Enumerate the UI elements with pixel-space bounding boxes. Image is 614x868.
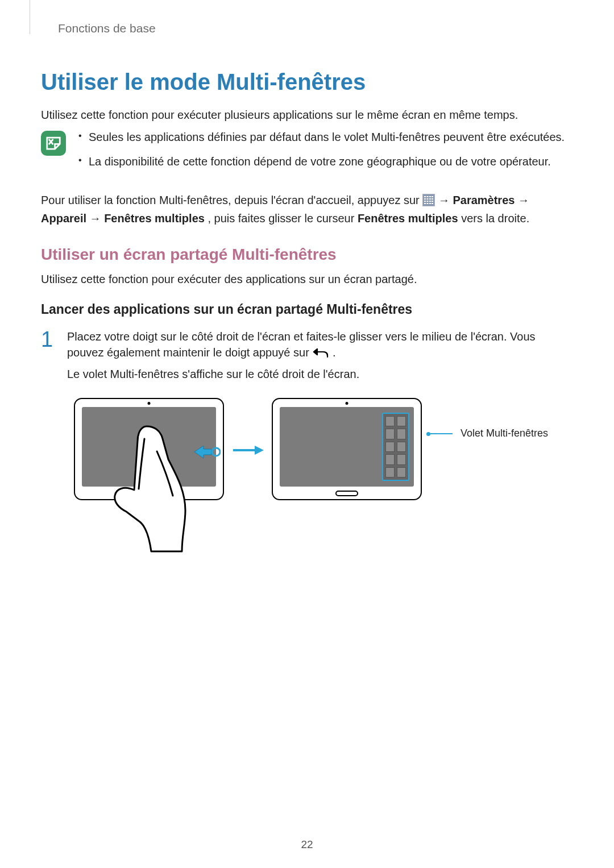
bold-text: Appareil (41, 212, 86, 225)
step-body: Placez votre doigt sur le côté droit de … (67, 329, 573, 388)
subsection-heading: Lancer des applications sur un écran par… (41, 302, 573, 317)
svg-rect-11 (432, 201, 433, 202)
svg-rect-0 (424, 196, 426, 197)
arrow-separator: → (438, 194, 453, 206)
svg-rect-5 (427, 198, 429, 200)
svg-rect-10 (429, 201, 431, 202)
svg-rect-9 (427, 201, 429, 202)
svg-rect-15 (432, 203, 433, 204)
tablet-after-illustration (272, 398, 422, 500)
section-body: Utilisez cette fonction pour exécuter de… (41, 272, 573, 287)
document-page: Fonctions de base Utiliser le mode Multi… (0, 0, 614, 500)
arrow-right-icon (232, 445, 264, 456)
swipe-arrow-icon (194, 445, 221, 459)
svg-rect-3 (432, 196, 433, 197)
bold-text: Fenêtres multiples (358, 212, 458, 225)
svg-rect-4 (424, 198, 426, 200)
text-fragment: , puis faites glisser le curseur (208, 212, 357, 225)
text-fragment: . (333, 346, 336, 359)
callout-label: Volet Multi-fenêtres (460, 427, 548, 439)
step-paragraph: Le volet Multi-fenêtres s'affiche sur le… (67, 366, 573, 382)
text-fragment: Pour utiliser la fonction Multi-fenêtres… (41, 194, 422, 206)
svg-rect-12 (424, 203, 426, 204)
note-list: Seules les applications définies par déf… (76, 130, 573, 178)
page-number: 22 (301, 838, 313, 851)
step-paragraph: Placez votre doigt sur le côté droit de … (67, 329, 573, 360)
arrow-separator: → (518, 194, 529, 206)
bold-text: Fenêtres multiples (104, 212, 205, 225)
multiwindow-tray (382, 413, 409, 481)
apps-grid-icon (422, 194, 435, 206)
bold-text: Paramètres (453, 194, 515, 206)
section-heading: Utiliser un écran partagé Multi-fenêtres (41, 246, 573, 264)
note-item: Seules les applications définies par déf… (76, 130, 573, 145)
figure: Volet Multi-fenêtres (74, 398, 573, 500)
breadcrumb: Fonctions de base (58, 22, 573, 35)
callout-line (430, 433, 453, 434)
svg-rect-14 (429, 203, 431, 204)
text-fragment: vers la droite. (461, 212, 529, 225)
svg-rect-6 (429, 198, 431, 200)
text-fragment: Placez votre doigt sur le côté droit de … (67, 330, 536, 359)
note-item: La disponibilité de cette fonction dépen… (76, 154, 573, 169)
step-number: 1 (41, 329, 57, 388)
margin-rule (30, 0, 30, 34)
note-block: Seules les applications définies par déf… (41, 130, 573, 178)
svg-marker-16 (194, 446, 211, 458)
svg-point-17 (212, 448, 220, 456)
svg-marker-19 (255, 446, 264, 455)
svg-rect-7 (432, 198, 433, 200)
arrow-separator: → (90, 212, 105, 225)
svg-rect-2 (429, 196, 431, 197)
instruction-paragraph: Pour utiliser la fonction Multi-fenêtres… (41, 191, 573, 227)
back-icon (312, 346, 329, 359)
page-title: Utiliser le mode Multi-fenêtres (41, 69, 573, 95)
svg-rect-1 (427, 196, 429, 197)
svg-rect-8 (424, 201, 426, 202)
intro-paragraph: Utilisez cette fonction pour exécuter pl… (41, 107, 573, 123)
note-icon (41, 131, 66, 156)
step-row: 1 Placez votre doigt sur le côté droit d… (41, 329, 573, 388)
tablet-before-illustration (74, 398, 224, 500)
svg-rect-13 (427, 203, 429, 204)
